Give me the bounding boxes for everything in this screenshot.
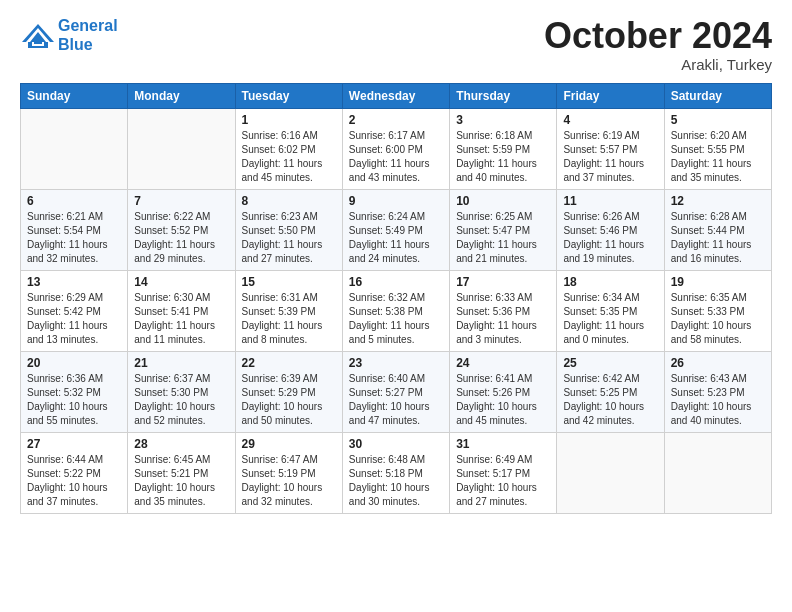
cell-w4-d2: 21Sunrise: 6:37 AMSunset: 5:30 PMDayligh… xyxy=(128,351,235,432)
day-number: 29 xyxy=(242,437,336,451)
day-info: Sunrise: 6:34 AMSunset: 5:35 PMDaylight:… xyxy=(563,291,657,347)
header: General Blue October 2024 Arakli, Turkey xyxy=(20,16,772,73)
day-number: 2 xyxy=(349,113,443,127)
calendar-body: 1Sunrise: 6:16 AMSunset: 6:02 PMDaylight… xyxy=(21,108,772,513)
day-number: 5 xyxy=(671,113,765,127)
day-info: Sunrise: 6:33 AMSunset: 5:36 PMDaylight:… xyxy=(456,291,550,347)
day-number: 8 xyxy=(242,194,336,208)
cell-w2-d5: 10Sunrise: 6:25 AMSunset: 5:47 PMDayligh… xyxy=(450,189,557,270)
day-info: Sunrise: 6:43 AMSunset: 5:23 PMDaylight:… xyxy=(671,372,765,428)
cell-w3-d6: 18Sunrise: 6:34 AMSunset: 5:35 PMDayligh… xyxy=(557,270,664,351)
day-info: Sunrise: 6:19 AMSunset: 5:57 PMDaylight:… xyxy=(563,129,657,185)
day-info: Sunrise: 6:32 AMSunset: 5:38 PMDaylight:… xyxy=(349,291,443,347)
cell-w5-d4: 30Sunrise: 6:48 AMSunset: 5:18 PMDayligh… xyxy=(342,432,449,513)
day-info: Sunrise: 6:40 AMSunset: 5:27 PMDaylight:… xyxy=(349,372,443,428)
day-info: Sunrise: 6:45 AMSunset: 5:21 PMDaylight:… xyxy=(134,453,228,509)
col-wednesday: Wednesday xyxy=(342,83,449,108)
col-monday: Monday xyxy=(128,83,235,108)
cell-w1-d1 xyxy=(21,108,128,189)
day-number: 10 xyxy=(456,194,550,208)
month-title: October 2024 xyxy=(544,16,772,56)
title-block: October 2024 Arakli, Turkey xyxy=(544,16,772,73)
day-number: 18 xyxy=(563,275,657,289)
day-info: Sunrise: 6:44 AMSunset: 5:22 PMDaylight:… xyxy=(27,453,121,509)
week-row-5: 27Sunrise: 6:44 AMSunset: 5:22 PMDayligh… xyxy=(21,432,772,513)
day-number: 22 xyxy=(242,356,336,370)
col-tuesday: Tuesday xyxy=(235,83,342,108)
cell-w5-d1: 27Sunrise: 6:44 AMSunset: 5:22 PMDayligh… xyxy=(21,432,128,513)
day-number: 25 xyxy=(563,356,657,370)
day-number: 16 xyxy=(349,275,443,289)
day-number: 4 xyxy=(563,113,657,127)
cell-w3-d2: 14Sunrise: 6:30 AMSunset: 5:41 PMDayligh… xyxy=(128,270,235,351)
logo-text: General Blue xyxy=(58,16,118,54)
page: General Blue October 2024 Arakli, Turkey… xyxy=(0,0,792,612)
week-row-2: 6Sunrise: 6:21 AMSunset: 5:54 PMDaylight… xyxy=(21,189,772,270)
cell-w1-d7: 5Sunrise: 6:20 AMSunset: 5:55 PMDaylight… xyxy=(664,108,771,189)
cell-w2-d7: 12Sunrise: 6:28 AMSunset: 5:44 PMDayligh… xyxy=(664,189,771,270)
cell-w2-d6: 11Sunrise: 6:26 AMSunset: 5:46 PMDayligh… xyxy=(557,189,664,270)
location: Arakli, Turkey xyxy=(544,56,772,73)
day-info: Sunrise: 6:25 AMSunset: 5:47 PMDaylight:… xyxy=(456,210,550,266)
day-number: 21 xyxy=(134,356,228,370)
cell-w1-d3: 1Sunrise: 6:16 AMSunset: 6:02 PMDaylight… xyxy=(235,108,342,189)
col-saturday: Saturday xyxy=(664,83,771,108)
day-info: Sunrise: 6:23 AMSunset: 5:50 PMDaylight:… xyxy=(242,210,336,266)
cell-w4-d4: 23Sunrise: 6:40 AMSunset: 5:27 PMDayligh… xyxy=(342,351,449,432)
cell-w2-d4: 9Sunrise: 6:24 AMSunset: 5:49 PMDaylight… xyxy=(342,189,449,270)
day-info: Sunrise: 6:18 AMSunset: 5:59 PMDaylight:… xyxy=(456,129,550,185)
cell-w3-d5: 17Sunrise: 6:33 AMSunset: 5:36 PMDayligh… xyxy=(450,270,557,351)
cell-w3-d1: 13Sunrise: 6:29 AMSunset: 5:42 PMDayligh… xyxy=(21,270,128,351)
calendar-table: Sunday Monday Tuesday Wednesday Thursday… xyxy=(20,83,772,514)
cell-w5-d6 xyxy=(557,432,664,513)
day-number: 17 xyxy=(456,275,550,289)
logo: General Blue xyxy=(20,16,118,54)
cell-w2-d1: 6Sunrise: 6:21 AMSunset: 5:54 PMDaylight… xyxy=(21,189,128,270)
column-headers: Sunday Monday Tuesday Wednesday Thursday… xyxy=(21,83,772,108)
day-info: Sunrise: 6:30 AMSunset: 5:41 PMDaylight:… xyxy=(134,291,228,347)
logo-icon xyxy=(20,20,56,50)
day-number: 9 xyxy=(349,194,443,208)
col-friday: Friday xyxy=(557,83,664,108)
week-row-3: 13Sunrise: 6:29 AMSunset: 5:42 PMDayligh… xyxy=(21,270,772,351)
day-info: Sunrise: 6:36 AMSunset: 5:32 PMDaylight:… xyxy=(27,372,121,428)
day-info: Sunrise: 6:28 AMSunset: 5:44 PMDaylight:… xyxy=(671,210,765,266)
col-thursday: Thursday xyxy=(450,83,557,108)
col-sunday: Sunday xyxy=(21,83,128,108)
day-number: 24 xyxy=(456,356,550,370)
day-number: 1 xyxy=(242,113,336,127)
day-info: Sunrise: 6:20 AMSunset: 5:55 PMDaylight:… xyxy=(671,129,765,185)
day-info: Sunrise: 6:47 AMSunset: 5:19 PMDaylight:… xyxy=(242,453,336,509)
cell-w5-d7 xyxy=(664,432,771,513)
day-info: Sunrise: 6:48 AMSunset: 5:18 PMDaylight:… xyxy=(349,453,443,509)
day-number: 3 xyxy=(456,113,550,127)
day-number: 20 xyxy=(27,356,121,370)
day-info: Sunrise: 6:41 AMSunset: 5:26 PMDaylight:… xyxy=(456,372,550,428)
cell-w3-d7: 19Sunrise: 6:35 AMSunset: 5:33 PMDayligh… xyxy=(664,270,771,351)
cell-w5-d3: 29Sunrise: 6:47 AMSunset: 5:19 PMDayligh… xyxy=(235,432,342,513)
cell-w1-d2 xyxy=(128,108,235,189)
cell-w4-d1: 20Sunrise: 6:36 AMSunset: 5:32 PMDayligh… xyxy=(21,351,128,432)
day-info: Sunrise: 6:22 AMSunset: 5:52 PMDaylight:… xyxy=(134,210,228,266)
day-info: Sunrise: 6:21 AMSunset: 5:54 PMDaylight:… xyxy=(27,210,121,266)
day-info: Sunrise: 6:31 AMSunset: 5:39 PMDaylight:… xyxy=(242,291,336,347)
week-row-1: 1Sunrise: 6:16 AMSunset: 6:02 PMDaylight… xyxy=(21,108,772,189)
day-number: 7 xyxy=(134,194,228,208)
day-number: 19 xyxy=(671,275,765,289)
cell-w3-d3: 15Sunrise: 6:31 AMSunset: 5:39 PMDayligh… xyxy=(235,270,342,351)
cell-w5-d2: 28Sunrise: 6:45 AMSunset: 5:21 PMDayligh… xyxy=(128,432,235,513)
day-info: Sunrise: 6:16 AMSunset: 6:02 PMDaylight:… xyxy=(242,129,336,185)
day-number: 15 xyxy=(242,275,336,289)
day-number: 26 xyxy=(671,356,765,370)
cell-w2-d3: 8Sunrise: 6:23 AMSunset: 5:50 PMDaylight… xyxy=(235,189,342,270)
day-number: 23 xyxy=(349,356,443,370)
day-number: 30 xyxy=(349,437,443,451)
cell-w4-d3: 22Sunrise: 6:39 AMSunset: 5:29 PMDayligh… xyxy=(235,351,342,432)
day-info: Sunrise: 6:17 AMSunset: 6:00 PMDaylight:… xyxy=(349,129,443,185)
day-number: 11 xyxy=(563,194,657,208)
day-info: Sunrise: 6:39 AMSunset: 5:29 PMDaylight:… xyxy=(242,372,336,428)
day-info: Sunrise: 6:35 AMSunset: 5:33 PMDaylight:… xyxy=(671,291,765,347)
cell-w1-d4: 2Sunrise: 6:17 AMSunset: 6:00 PMDaylight… xyxy=(342,108,449,189)
day-number: 31 xyxy=(456,437,550,451)
cell-w4-d6: 25Sunrise: 6:42 AMSunset: 5:25 PMDayligh… xyxy=(557,351,664,432)
